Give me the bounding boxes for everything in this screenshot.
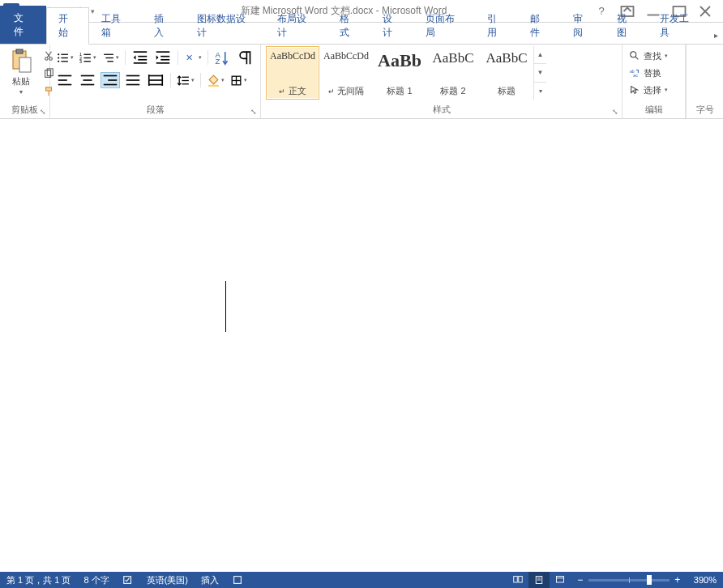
svg-rect-9: [16, 49, 23, 53]
zoom-in-icon[interactable]: +: [673, 574, 682, 586]
paragraph-launcher-icon[interactable]: ⤡: [249, 107, 259, 117]
find-button[interactable]: 查找 ▾: [627, 48, 670, 64]
svg-point-20: [58, 57, 59, 58]
style-preview: AaBbC: [429, 50, 477, 66]
status-wordcount[interactable]: 8 个字: [77, 572, 115, 588]
fontsize-label: 字号: [696, 104, 714, 118]
document-area[interactable]: [0, 119, 723, 572]
numbering-icon[interactable]: 123▾: [78, 49, 97, 66]
group-paragraph: ▾ 123▾ ▾ ✕▾ AZ: [50, 45, 261, 118]
bullets-icon[interactable]: ▾: [55, 49, 75, 66]
select-button[interactable]: 选择 ▾: [627, 82, 670, 98]
align-center-icon[interactable]: [78, 72, 97, 88]
tab-mailings[interactable]: 邮件: [518, 7, 561, 44]
svg-rect-76: [234, 577, 242, 584]
view-web-icon[interactable]: [550, 572, 571, 588]
status-insertmode[interactable]: 插入: [195, 572, 225, 588]
zoom-tick: [629, 577, 630, 583]
tab-pagelayout[interactable]: 页面布局: [413, 7, 475, 44]
svg-text:ac: ac: [633, 73, 638, 78]
status-page[interactable]: 第 1 页，共 1 页: [0, 572, 77, 588]
gallery-up-icon[interactable]: ▲: [534, 46, 546, 64]
statusbar: 第 1 页，共 1 页 8 个字 英语(美国) 插入 − + 390%: [0, 572, 723, 588]
tab-insert[interactable]: 插入: [142, 7, 185, 44]
find-label: 查找: [644, 50, 661, 62]
svg-point-19: [58, 53, 59, 55]
zoom-slider: − +: [571, 574, 687, 586]
svg-rect-82: [556, 577, 563, 583]
sort-icon[interactable]: AZ: [213, 49, 233, 66]
multilevel-list-icon[interactable]: ▾: [101, 49, 120, 66]
tab-view[interactable]: 视图: [605, 7, 648, 44]
gallery-scroll: ▲ ▼ ▾: [533, 46, 546, 100]
replace-label: 替换: [644, 67, 661, 79]
style-preview: AaBb: [375, 50, 424, 71]
line-spacing-icon[interactable]: ▾: [176, 72, 195, 88]
gallery-down-icon[interactable]: ▼: [534, 64, 546, 82]
style-preview: AaBbC: [482, 50, 531, 66]
style-heading1[interactable]: AaBb 标题 1: [373, 46, 426, 100]
separator: [170, 73, 171, 87]
styles-launcher-icon[interactable]: ⤡: [610, 107, 620, 117]
svg-text:✕: ✕: [186, 52, 193, 62]
select-icon: [629, 84, 640, 96]
view-print-icon[interactable]: [528, 572, 550, 588]
svg-rect-77: [514, 577, 518, 583]
svg-rect-78: [519, 577, 523, 583]
shading-icon[interactable]: ▾: [206, 72, 225, 88]
justify-icon[interactable]: [123, 72, 143, 88]
tab-icondata[interactable]: 图标数据设计: [185, 7, 265, 44]
paste-label: 粘贴: [12, 75, 30, 87]
clipboard-launcher-icon[interactable]: ⤡: [38, 107, 48, 117]
status-language[interactable]: 英语(美国): [140, 572, 195, 588]
replace-icon: abac: [629, 67, 640, 79]
styles-group-label: 样式: [266, 102, 617, 118]
view-read-icon[interactable]: [507, 572, 528, 588]
style-preview: AaBbCcDd: [268, 50, 317, 62]
zoom-thumb[interactable]: [647, 575, 652, 585]
tab-format[interactable]: 格式: [327, 7, 370, 44]
group-styles: AaBbCcDd ↵ 正文 AaBbCcDd ↵ 无间隔 AaBb 标题 1 A…: [261, 45, 622, 118]
decrease-indent-icon[interactable]: [130, 49, 150, 66]
group-clipboard: 粘贴 ▼ 剪贴板 ⤡: [0, 45, 50, 118]
style-heading2[interactable]: AaBbC 标题 2: [426, 46, 480, 100]
svg-rect-10: [19, 58, 31, 72]
style-label: 标题 2: [440, 85, 465, 97]
separator: [207, 50, 208, 65]
tab-home[interactable]: 开始: [46, 7, 89, 45]
borders-icon[interactable]: ▾: [229, 72, 248, 88]
style-normal[interactable]: AaBbCcDd ↵ 正文: [266, 46, 319, 100]
tab-toolbox[interactable]: 工具箱: [89, 7, 142, 44]
align-left-icon[interactable]: [55, 72, 75, 88]
status-spellcheck-icon[interactable]: [116, 572, 140, 588]
tab-design[interactable]: 设计: [370, 7, 413, 44]
replace-button[interactable]: abac 替换: [627, 65, 670, 81]
distributed-icon[interactable]: [146, 72, 165, 88]
paste-button[interactable]: 粘贴 ▼: [5, 46, 37, 96]
style-title[interactable]: AaBbC 标题: [480, 46, 533, 100]
gallery-more-icon[interactable]: ▾: [534, 83, 546, 100]
status-macro-icon[interactable]: [225, 572, 250, 588]
increase-indent-icon[interactable]: [153, 49, 173, 66]
zoom-level[interactable]: 390%: [687, 572, 723, 588]
style-nospacing[interactable]: AaBbCcDd ↵ 无间隔: [319, 46, 373, 100]
tab-references[interactable]: 引用: [475, 7, 518, 44]
ribbon-tabs: 文件 开始 工具箱 插入 图标数据设计 布局设计 格式 设计 页面布局 引用 邮…: [0, 23, 723, 45]
paragraph-group-label: 段落: [55, 102, 255, 118]
tab-layoutdesign[interactable]: 布局设计: [265, 7, 327, 44]
svg-rect-67: [208, 84, 219, 86]
styles-gallery: AaBbCcDd ↵ 正文 AaBbCcDd ↵ 无间隔 AaBb 标题 1 A…: [266, 46, 546, 100]
style-label: 标题 1: [387, 85, 412, 97]
show-marks-icon[interactable]: [236, 49, 255, 66]
zoom-out-icon[interactable]: −: [575, 574, 585, 586]
asian-layout-icon[interactable]: ✕▾: [183, 49, 203, 66]
tab-review[interactable]: 审阅: [561, 7, 604, 44]
zoom-track[interactable]: [588, 579, 670, 582]
style-preview: AaBbCcDd: [322, 50, 370, 62]
find-icon: [629, 50, 640, 62]
tab-file[interactable]: 文件: [0, 6, 46, 44]
align-right-icon[interactable]: [101, 72, 120, 88]
style-label: ↵ 正文: [279, 85, 306, 97]
tab-overflow-icon[interactable]: ▸: [709, 27, 723, 44]
tab-developer[interactable]: 开发工具: [648, 7, 709, 44]
